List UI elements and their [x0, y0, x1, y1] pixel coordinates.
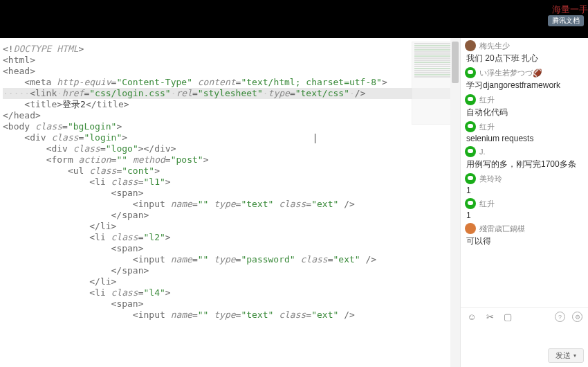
chat-item: 美玲玲1 [465, 173, 584, 195]
avatar[interactable] [465, 173, 476, 184]
code-line: <form action="" method="post"> [3, 154, 460, 165]
scissors-icon[interactable]: ✂ [484, 312, 495, 323]
chat-message: selenium requests [465, 134, 584, 143]
chat-item: 梅先生少我们 20点下班 扎心 [465, 40, 584, 64]
chat-username: 殘雷歳匸鍋樭 [479, 224, 525, 234]
settings-icon[interactable]: ⚙ [572, 312, 582, 322]
image-icon[interactable]: ▢ [502, 312, 513, 323]
code-line: <body class="bgLogin"> [3, 121, 460, 132]
text-caret [315, 134, 315, 143]
code-line: <!DOCTYPE HTML> [3, 44, 460, 55]
chat-username: 红升 [479, 95, 495, 105]
help-icon[interactable]: ? [555, 312, 565, 322]
code-line: <div class="logo"></div> [3, 143, 460, 154]
chat-item: 红升自动化代码 [465, 94, 584, 118]
chat-message: 1 [465, 186, 584, 195]
chat-user-row: 红升 [465, 94, 584, 105]
chat-user-row: J. [465, 146, 584, 157]
code-line: <span> [3, 243, 460, 254]
send-button[interactable]: 发送 ▾ [548, 348, 584, 363]
code-line: <input name="" type="text" class="ext" /… [3, 199, 460, 210]
chat-item: 红升1 [465, 198, 584, 220]
chat-panel: 腾讯文档 梅先生少我们 20点下班 扎心い浮生若梦つづ🏈学习djangorest… [460, 38, 588, 367]
code-line: <head> [3, 66, 460, 77]
chat-message-list[interactable]: 梅先生少我们 20点下班 扎心い浮生若梦つづ🏈学习djangorestframe… [461, 38, 588, 307]
top-bar: 海量一手 [0, 0, 588, 38]
chat-user-row: 梅先生少 [465, 40, 584, 51]
chat-user-row: 红升 [465, 121, 584, 132]
chat-message: 1 [465, 211, 584, 220]
chat-input-area[interactable]: 发送 ▾ [461, 325, 588, 367]
code-line: <meta http-equiv="Content-Type" content=… [3, 77, 460, 88]
code-line: <li class="l4"> [3, 287, 460, 298]
avatar[interactable] [465, 198, 476, 209]
chat-username: い浮生若梦つづ🏈 [479, 68, 542, 78]
code-line: <span> [3, 188, 460, 199]
doc-badge[interactable]: 腾讯文档 [548, 15, 584, 26]
chat-item: い浮生若梦つづ🏈学习djangorestframework [465, 67, 584, 91]
chat-username: 梅先生少 [479, 41, 510, 51]
avatar[interactable] [465, 40, 476, 51]
chat-username: J. [479, 147, 486, 156]
code-line: <div class="login"> [3, 132, 460, 143]
emoji-icon[interactable]: ☺ [466, 312, 477, 323]
avatar[interactable] [465, 223, 476, 234]
code-line: </head> [3, 110, 460, 121]
chat-username: 红升 [479, 122, 495, 132]
avatar[interactable] [465, 121, 476, 132]
chat-toolbar: ☺ ✂ ▢ ? ⚙ [461, 307, 588, 325]
code-line: <html> [3, 55, 460, 66]
chat-username: 红升 [479, 199, 495, 209]
watermark-text: 海量一手 [552, 3, 588, 16]
chat-item: 殘雷歳匸鍋樭可以得 [465, 223, 584, 247]
chat-user-row: 美玲玲 [465, 173, 584, 184]
code-line: </li> [3, 221, 460, 232]
chat-user-row: 红升 [465, 198, 584, 209]
avatar[interactable] [465, 146, 476, 157]
code-line: <input name="" type="text" class="ext" /… [3, 310, 460, 321]
chat-user-row: 殘雷歳匸鍋樭 [465, 223, 584, 234]
chat-username: 美玲玲 [479, 174, 502, 184]
code-line: <li class="l2"> [3, 232, 460, 243]
code-line: <ul class="cont"> [3, 165, 460, 177]
code-editor[interactable]: <!DOCTYPE HTML> <html> <head> <meta http… [0, 38, 460, 367]
code-line: </span> [3, 210, 460, 221]
scrollbar-thumb[interactable] [452, 42, 459, 83]
chat-user-row: い浮生若梦つづ🏈 [465, 67, 584, 78]
chat-item: 红升selenium requests [465, 121, 584, 143]
chat-message: 我们 20点下班 扎心 [465, 53, 584, 64]
avatar[interactable] [465, 67, 476, 78]
code-line-selected: ·····<link·href="css/login.css"·rel="sty… [3, 88, 460, 99]
chat-item: J.用例写的多，刚写完1700多条 [465, 146, 584, 170]
chat-message: 学习djangorestframework [465, 80, 584, 91]
code-line: </li> [3, 276, 460, 287]
code-line: <li class="l1"> [3, 177, 460, 188]
chat-message: 用例写的多，刚写完1700多条 [465, 159, 584, 170]
code-line: </span> [3, 265, 460, 276]
code-line: <span> [3, 298, 460, 310]
code-line: <input name="" type="password" class="ex… [3, 254, 460, 265]
main-area: <!DOCTYPE HTML> <html> <head> <meta http… [0, 38, 588, 367]
avatar[interactable] [465, 94, 476, 105]
chat-message: 可以得 [465, 235, 584, 247]
code-line: <title>登录2</title> [3, 99, 460, 110]
editor-scrollbar[interactable] [450, 38, 460, 367]
chat-message: 自动化代码 [465, 107, 584, 118]
